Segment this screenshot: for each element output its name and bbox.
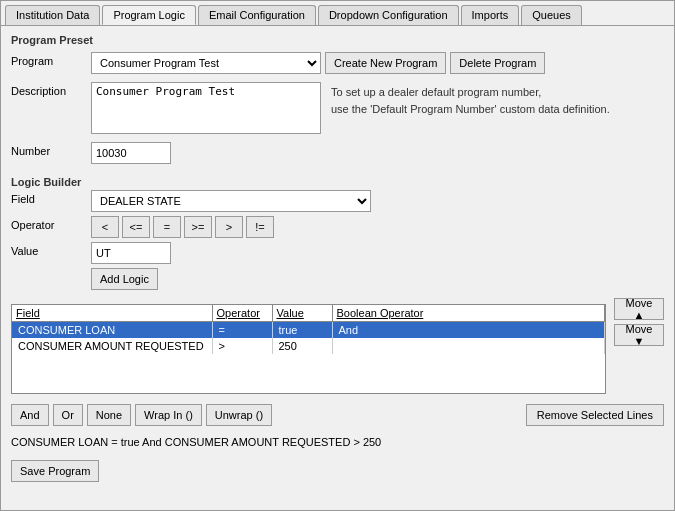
- none-button[interactable]: None: [87, 404, 131, 426]
- field-row: Field DEALER STATE: [11, 190, 664, 212]
- program-preset-label: Program Preset: [11, 34, 664, 46]
- program-label: Program: [11, 52, 91, 67]
- program-field-content: Consumer Program Test Create New Program…: [91, 52, 664, 74]
- field-content: DEALER STATE: [91, 190, 664, 212]
- content-area: Program Preset Program Consumer Program …: [1, 26, 674, 510]
- tab-imports[interactable]: Imports: [461, 5, 520, 25]
- unwrap-button[interactable]: Unwrap (): [206, 404, 272, 426]
- operator-less-than[interactable]: <: [91, 216, 119, 238]
- operator-greater-than[interactable]: >: [215, 216, 243, 238]
- remove-selected-lines-button[interactable]: Remove Selected Lines: [526, 404, 664, 426]
- program-select[interactable]: Consumer Program Test: [91, 52, 321, 74]
- tab-program-logic[interactable]: Program Logic: [102, 5, 196, 25]
- number-field-content: [91, 142, 664, 164]
- create-new-program-button[interactable]: Create New Program: [325, 52, 446, 74]
- description-label: Description: [11, 82, 91, 97]
- save-program-button[interactable]: Save Program: [11, 460, 99, 482]
- value-field-content: [91, 242, 664, 264]
- operator-row: Operator < <= = >= > !=: [11, 216, 664, 238]
- logic-builder-label: Logic Builder: [11, 176, 664, 188]
- operator-buttons: < <= = >= > !=: [91, 216, 274, 238]
- move-buttons-container: Move ▲ Move ▼: [614, 298, 664, 346]
- number-label: Number: [11, 142, 91, 157]
- main-window: Institution Data Program Logic Email Con…: [0, 0, 675, 511]
- description-note: To set up a dealer default program numbe…: [321, 82, 610, 117]
- col-field: Field: [12, 305, 212, 322]
- row1-value: true: [272, 322, 332, 339]
- program-row: Program Consumer Program Test Create New…: [11, 52, 664, 74]
- description-textarea[interactable]: [91, 82, 321, 134]
- description-row: Description To set up a dealer default p…: [11, 82, 664, 134]
- field-select[interactable]: DEALER STATE: [91, 190, 371, 212]
- value-row: Value: [11, 242, 664, 264]
- table-row[interactable]: CONSUMER LOAN = true And: [12, 322, 605, 339]
- row2-operator: >: [212, 338, 272, 354]
- expression-text: CONSUMER LOAN = true And CONSUMER AMOUNT…: [11, 436, 664, 448]
- save-row: Save Program: [11, 460, 664, 482]
- value-label: Value: [11, 242, 91, 257]
- table-row[interactable]: CONSUMER AMOUNT REQUESTED > 250: [12, 338, 605, 354]
- value-input[interactable]: [91, 242, 171, 264]
- row2-field: CONSUMER AMOUNT REQUESTED: [12, 338, 212, 354]
- tab-queues[interactable]: Queues: [521, 5, 582, 25]
- row1-field: CONSUMER LOAN: [12, 322, 212, 339]
- row1-boolean: And: [332, 322, 605, 339]
- row2-boolean: [332, 338, 605, 354]
- number-row: Number: [11, 142, 664, 164]
- operator-label: Operator: [11, 216, 91, 231]
- operator-greater-equal[interactable]: >=: [184, 216, 212, 238]
- move-up-button[interactable]: Move ▲: [614, 298, 664, 320]
- number-input[interactable]: [91, 142, 171, 164]
- or-button[interactable]: Or: [53, 404, 83, 426]
- delete-program-button[interactable]: Delete Program: [450, 52, 545, 74]
- logic-builder-section: Logic Builder Field DEALER STATE Operato…: [11, 176, 664, 294]
- tab-institution-data[interactable]: Institution Data: [5, 5, 100, 25]
- add-logic-button[interactable]: Add Logic: [91, 268, 158, 290]
- description-left: [91, 82, 321, 134]
- operator-less-equal[interactable]: <=: [122, 216, 150, 238]
- move-down-button[interactable]: Move ▼: [614, 324, 664, 346]
- logic-table: Field Operator Value Boolean Operator CO…: [12, 305, 605, 354]
- field-label: Field: [11, 190, 91, 205]
- col-operator: Operator: [212, 305, 272, 322]
- wrap-in-button[interactable]: Wrap In (): [135, 404, 202, 426]
- tab-bar: Institution Data Program Logic Email Con…: [1, 1, 674, 26]
- operator-equal[interactable]: =: [153, 216, 181, 238]
- bottom-button-row: And Or None Wrap In () Unwrap () Remove …: [11, 404, 664, 426]
- tab-dropdown-configuration[interactable]: Dropdown Configuration: [318, 5, 459, 25]
- and-button[interactable]: And: [11, 404, 49, 426]
- row1-operator: =: [212, 322, 272, 339]
- table-and-move: Field Operator Value Boolean Operator CO…: [11, 298, 664, 394]
- col-value: Value: [272, 305, 332, 322]
- col-boolean: Boolean Operator: [332, 305, 605, 322]
- logic-table-container: Field Operator Value Boolean Operator CO…: [11, 304, 606, 394]
- row2-value: 250: [272, 338, 332, 354]
- operator-not-equal[interactable]: !=: [246, 216, 274, 238]
- tab-email-configuration[interactable]: Email Configuration: [198, 5, 316, 25]
